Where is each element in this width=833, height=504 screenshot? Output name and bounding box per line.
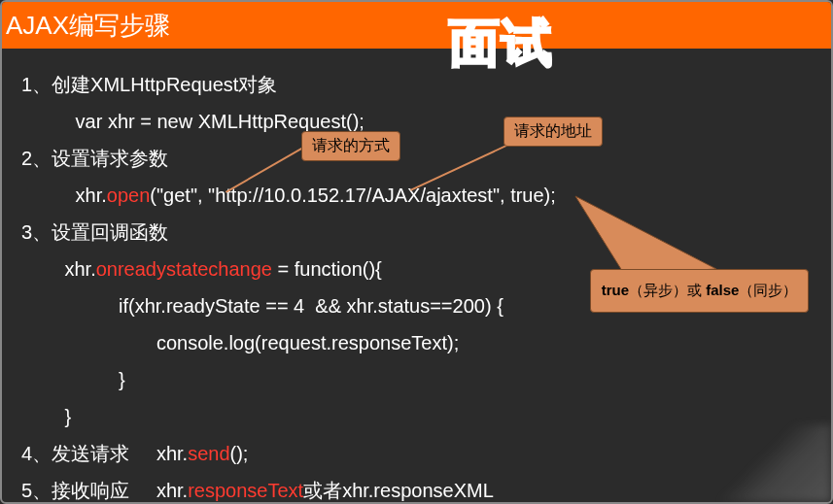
code-close-fn: }: [21, 398, 812, 435]
watermark-text: 面试: [449, 10, 554, 78]
code-open-prefix: xhr.: [21, 185, 107, 206]
callout-async: true（异步）或 false（同步）: [590, 269, 809, 313]
code-open-method: open: [107, 185, 151, 206]
code-send-suffix: ();: [230, 443, 249, 464]
callout-async-true: true: [602, 282, 629, 298]
slide-title: AJAX编写步骤: [6, 9, 170, 43]
svg-marker-0: [575, 196, 716, 274]
step-2-label: 2、设置请求参数: [21, 140, 812, 177]
callout-url: 请求的地址: [503, 117, 603, 147]
code-create-xhr: var xhr = new XMLHttpRequest();: [21, 103, 812, 140]
code-onready-prop: onreadystatechange: [96, 258, 272, 280]
blur-overlay: [714, 424, 831, 502]
step-4: 4、发送请求 xhr.send();: [21, 435, 812, 472]
code-responsexml: 或者xhr.responseXML: [303, 480, 494, 501]
slide-header: AJAX编写步骤: [2, 2, 831, 49]
code-onready-prefix: xhr.: [21, 258, 96, 280]
code-close-if: }: [21, 361, 812, 398]
code-responsetext: responseText: [188, 480, 303, 501]
callout-async-false: false: [706, 282, 739, 298]
code-send: send: [188, 443, 229, 464]
step-4-prefix: 4、发送请求 xhr.: [21, 443, 188, 464]
callout-method: 请求的方式: [301, 131, 400, 161]
step-1-label: 1、创建XMLHttpRequest对象: [21, 66, 812, 103]
callout-async-pointer: [566, 191, 721, 279]
code-onready-suffix: = function(){: [272, 258, 382, 280]
step-5: 5、接收响应 xhr.responseText或者xhr.responseXML: [21, 472, 812, 504]
callout-async-mid: （异步）或: [629, 282, 706, 298]
step-5-prefix: 5、接收响应 xhr.: [21, 480, 188, 501]
code-open-args: ("get", "http://10.0.152.17/AJAX/ajaxtes…: [150, 185, 556, 206]
code-log: console.log(request.responseText);: [21, 324, 812, 361]
callout-async-end: （同步）: [739, 282, 797, 298]
